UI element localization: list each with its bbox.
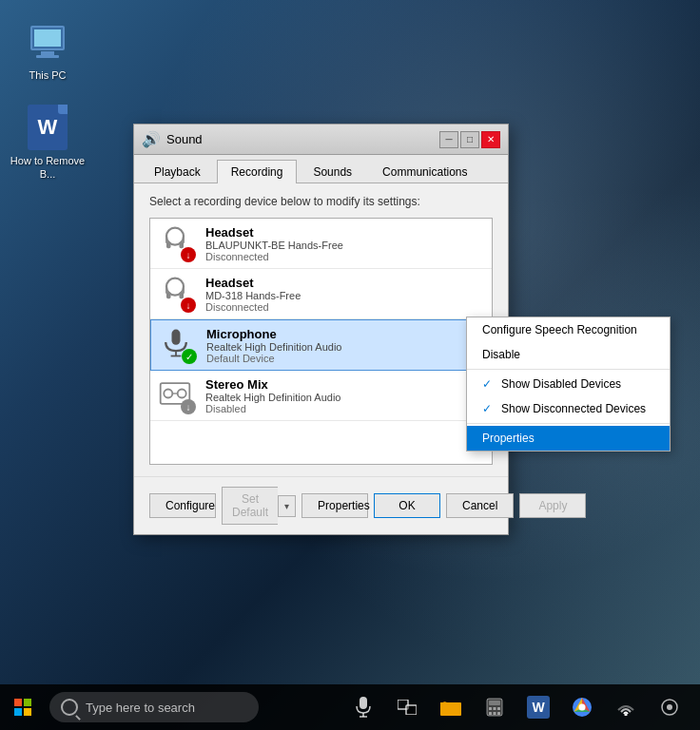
microphone-info: Microphone Realtek High Definition Audio… [206,327,483,364]
word-doc-label: How to Remove B... [10,154,86,182]
device-item-headset2[interactable]: ↓ Headset MD-318 Hands-Free Disconnected [150,269,492,319]
context-menu: Configure Speech Recognition Disable Sho… [466,317,671,451]
sound-dialog: 🔊 Sound ─ □ ✕ Playback Recording Sounds … [133,124,509,535]
device-list: ↓ Headset BLAUPUNKT-BE Hands-Free Discon… [149,218,493,465]
dialog-titlebar: 🔊 Sound ─ □ ✕ [134,125,508,155]
taskbar-calculator-icon[interactable] [476,684,514,730]
taskbar-search-box[interactable]: Type here to search [49,692,259,722]
stereomix-icon-wrapper: ↓ [158,376,196,414]
dialog-close-button[interactable]: ✕ [481,131,500,148]
svg-rect-17 [14,699,22,706]
taskbar-chrome-icon[interactable] [563,684,601,730]
cancel-button[interactable]: Cancel [446,493,514,518]
context-show-disabled[interactable]: Show Disabled Devices [467,372,670,396]
context-separator-2 [467,423,670,424]
desktop-icon-this-pc[interactable]: This PC [10,19,86,82]
configure-speech-label: Configure Speech Recognition [482,323,637,336]
taskbar-search-placeholder: Type here to search [86,701,195,715]
context-disable[interactable]: Disable [467,342,670,367]
microphone-name: Microphone [206,327,483,341]
system-tray-icon [660,698,679,717]
svg-rect-25 [406,705,417,715]
taskview-icon [398,700,417,715]
device-item-microphone[interactable]: ✓ Microphone Realtek High Definition Aud… [150,319,492,371]
stereomix-desc: Realtek High Definition Audio [205,392,484,403]
context-properties[interactable]: Properties [467,426,670,451]
microphone-desc: Realtek High Definition Audio [206,341,483,353]
word-doc-icon-image: W [25,105,70,150]
disable-label: Disable [482,348,520,361]
taskbar-system-icon[interactable] [651,684,689,730]
headset2-name: Headset [205,276,484,290]
dialog-action-buttons: Configure Set Default ▾ Properties OK Ca… [134,476,508,534]
tab-sounds[interactable]: Sounds [299,160,366,183]
taskbar-windows-icon[interactable] [388,684,426,730]
microphone-taskbar-icon [356,697,371,718]
svg-rect-18 [24,699,31,706]
chrome-icon [572,697,593,718]
desktop-icon-word-doc[interactable]: W How to Remove B... [10,105,86,182]
headset2-status-badge: ↓ [181,298,196,313]
svg-rect-35 [497,712,500,715]
headset2-icon-wrapper: ↓ [158,275,196,313]
microphone-status: Default Device [206,353,483,364]
set-default-button[interactable]: Set Default [222,487,278,525]
show-disabled-label: Show Disabled Devices [501,377,621,391]
taskbar-word-icon-box: W [527,696,550,719]
show-disconnected-label: Show Disconnected Devices [501,402,646,415]
device-item-stereomix[interactable]: ↓ Stereo Mix Realtek High Definition Aud… [150,371,492,421]
tab-playback[interactable]: Playback [140,160,215,183]
stereomix-name: Stereo Mix [205,377,484,392]
stereomix-info: Stereo Mix Realtek High Definition Audio… [205,377,484,414]
tab-communications[interactable]: Communications [368,160,481,183]
dialog-title: Sound [166,132,434,146]
svg-point-38 [579,704,586,711]
dialog-content: Select a recording device below to modif… [134,183,508,476]
context-separator-1 [467,369,670,370]
properties-button[interactable]: Properties [301,493,368,518]
taskbar-word-icon[interactable]: W [519,684,557,730]
dialog-maximize-button[interactable]: □ [460,131,479,148]
headset1-icon-wrapper: ↓ [158,224,196,262]
calculator-icon [486,698,503,717]
configure-button[interactable]: Configure [149,493,216,518]
svg-point-15 [178,390,186,398]
dialog-instruction: Select a recording device below to modif… [149,195,493,208]
taskbar-tray: W [333,684,700,730]
taskbar: Type here to search [0,684,700,730]
taskbar-search-icon [61,699,78,716]
set-default-arrow-button[interactable]: ▾ [278,495,296,517]
headset1-name: Headset [205,225,484,240]
device-item-headset1[interactable]: ↓ Headset BLAUPUNKT-BE Hands-Free Discon… [150,219,492,269]
dialog-minimize-button[interactable]: ─ [439,131,458,148]
set-default-split-button: Set Default ▾ [222,487,296,525]
sound-dialog-icon: 🔊 [142,130,161,148]
this-pc-icon-image [25,19,70,65]
headset2-status: Disconnected [205,301,484,313]
context-configure-speech[interactable]: Configure Speech Recognition [467,317,670,342]
svg-rect-27 [440,702,450,707]
dialog-tabs: Playback Recording Sounds Communications [134,155,508,183]
tab-recording[interactable]: Recording [217,160,298,183]
headset1-desc: BLAUPUNKT-BE Hands-Free [205,240,484,251]
this-pc-label: This PC [29,68,66,82]
svg-rect-34 [494,712,496,715]
headset2-info: Headset MD-318 Hands-Free Disconnected [205,276,484,313]
svg-rect-20 [24,708,31,716]
stereomix-status: Disabled [205,403,484,414]
apply-button[interactable]: Apply [519,493,586,518]
svg-rect-30 [489,707,492,710]
ok-button[interactable]: OK [374,493,440,518]
network-icon [616,699,635,716]
svg-point-41 [667,704,672,710]
svg-rect-19 [14,708,22,716]
taskbar-network-icon[interactable] [607,684,645,730]
context-show-disconnected[interactable]: Show Disconnected Devices [467,396,670,421]
taskbar-explorer-icon[interactable] [432,684,470,730]
headset1-status-badge: ↓ [181,247,196,262]
headset1-status: Disconnected [205,251,484,262]
ok-cancel-buttons: OK Cancel Apply [374,493,586,518]
svg-rect-33 [489,712,492,715]
taskbar-mic-icon[interactable] [344,684,382,730]
start-button[interactable] [0,684,46,730]
